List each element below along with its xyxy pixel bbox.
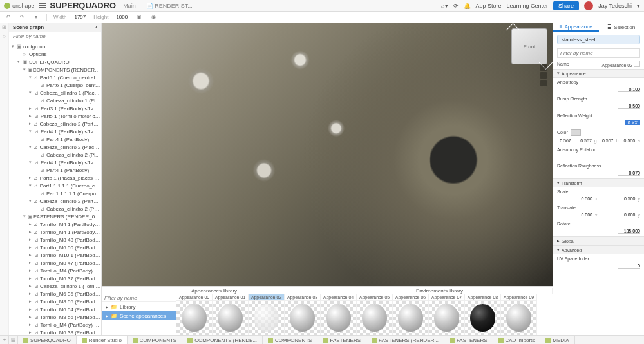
footer-tab[interactable]: FASTENERS — [444, 336, 493, 344]
tree-node[interactable]: ▸⊿Tornillo_M4 (PartBody) <0> — [9, 267, 101, 274]
appearance-thumb[interactable]: Appearance 09 — [501, 294, 537, 335]
footer-tab[interactable]: FASTENERS — [317, 336, 366, 344]
add-tab-button[interactable]: ＋ — [0, 336, 9, 345]
user-name[interactable]: Jay Tedeschi — [598, 3, 632, 9]
tree-node[interactable]: ▸⊿Part5 1 (Placas_placas c e... — [9, 174, 101, 182]
appearance-thumbnails[interactable]: Appearance 00Appearance 01Appearance 02A… — [176, 294, 553, 335]
rotate-input[interactable] — [618, 229, 640, 234]
anisotropy-input[interactable] — [618, 87, 640, 92]
right-filter-input[interactable] — [557, 48, 640, 58]
tree-node[interactable]: ▸⊿Tornillo_M4 1 (PartBody) <... — [9, 220, 101, 228]
appearances-lib-header[interactable]: Appearances library — [102, 288, 327, 294]
tree-node[interactable]: ▾⊿Part4 1 (PartBody) <1> — [9, 128, 101, 135]
scene-filter-input[interactable] — [9, 32, 101, 41]
render-viewport[interactable]: Front — [102, 23, 553, 286]
appearance-thumb[interactable]: Appearance 00 — [176, 294, 213, 335]
tree-node[interactable]: ▸⊿Tornillo_M8 56 (PartBody) ... — [9, 313, 101, 321]
footer-tab[interactable]: COMPONENTS — [263, 336, 317, 344]
viewport-btn-3[interactable] — [540, 80, 547, 86]
appearance-thumb[interactable]: Appearance 01 — [213, 294, 249, 335]
footer-tab[interactable]: FASTENERS (RENDER... — [366, 336, 444, 344]
tree-node[interactable]: ▾▣rootgroup — [9, 43, 101, 50]
user-avatar-icon[interactable] — [584, 1, 593, 10]
tree-node[interactable]: ▾▣COMPONENTS (RENDER_01) <1> — [9, 66, 101, 73]
tree-node[interactable]: ○Options — [9, 50, 101, 58]
tree-node[interactable]: ▾⊿Part1 1 1 1 1 (Cuerpo_cent... — [9, 182, 101, 189]
tree-node[interactable]: ▸⊿Tornillo_M6 36 (PartBody) ... — [9, 290, 101, 298]
tree-node[interactable]: ▸⊿Tornillo_M6 38 (PartBody) ... — [9, 329, 101, 335]
tree-node[interactable]: ▸⊿Tornillo_M6 50 (PartBody) ... — [9, 244, 101, 251]
link-dims-icon[interactable]: ▣ — [135, 14, 143, 21]
section-advanced[interactable]: ▾ Advanced — [553, 245, 644, 254]
appearance-thumb[interactable]: Appearance 08 — [465, 294, 501, 335]
scene-tree[interactable]: ▾▣rootgroup○Options▾▣SUPERQUADRO▾▣COMPON… — [9, 41, 101, 335]
tree-node[interactable]: ▾⊿Cabeza_cilindro 1 (Place1... — [9, 89, 101, 97]
document-name[interactable]: SUPERQUADRO — [50, 1, 117, 10]
tree-node[interactable]: ▸⊿Tornillo_M8 47 (PartBody) ... — [9, 259, 101, 267]
footer-tab[interactable]: CAD Imports — [493, 336, 541, 344]
options-icon[interactable]: ▾ — [32, 14, 40, 21]
tree-node[interactable]: ▸⊿Tornillo_M6 54 (PartBody) ... — [9, 305, 101, 313]
tree-node[interactable]: ⊿Part4 1 (PartBody) — [9, 135, 101, 143]
width-value[interactable]: 1797 — [73, 14, 87, 20]
footer-tab[interactable]: Render Studio — [77, 336, 128, 344]
learning-link[interactable]: Learning Center — [507, 3, 549, 9]
tree-node[interactable]: ▾▣SUPERQUADRO — [9, 58, 101, 66]
tree-node[interactable]: ⊿Part6 1 (Cuerpo_cent... — [9, 81, 101, 89]
appearance-thumb[interactable]: Appearance 04 — [321, 294, 357, 335]
viewport-btn-1[interactable] — [540, 64, 547, 71]
tree-node[interactable]: ▸⊿Cabeza_cilindro 1 (Tornillo... — [9, 282, 101, 290]
tree-node[interactable]: ▾⊿Part6 1 (Cuerpo_central) <... — [9, 73, 101, 81]
section-appearance[interactable]: ▾ Appearance — [553, 69, 644, 78]
tree-node[interactable]: ▸⊿Part5 1 (Tornillo motor cu... — [9, 112, 101, 120]
notifications-icon[interactable]: 🔔 — [464, 3, 471, 9]
appearance-thumb[interactable]: Appearance 07 — [429, 294, 465, 335]
appearance-thumb[interactable]: Appearance 03 — [285, 294, 321, 335]
material-chip[interactable]: stainless_steel — [557, 35, 640, 44]
height-value[interactable]: 1000 — [115, 14, 129, 20]
section-transform[interactable]: ▾ Transform — [553, 178, 644, 187]
view-cube[interactable]: Front — [511, 28, 547, 64]
appearance-thumb[interactable]: Appearance 06 — [393, 294, 429, 335]
footer-tab[interactable]: COMPONENTS — [128, 336, 182, 344]
bump-input[interactable] — [618, 104, 640, 109]
footer-tab[interactable]: MEDIA — [540, 336, 574, 344]
tree-node[interactable]: ▸⊿Cabeza_cilindro 2 (PartBod... — [9, 120, 101, 128]
tree-node[interactable]: ▸⊿Part3 1 (PartBody) <1> — [9, 104, 101, 112]
preview-swatch-icon[interactable] — [634, 61, 640, 67]
appearance-thumb[interactable]: Appearance 05 — [357, 294, 393, 335]
scene-group-icon[interactable]: ⊞ — [1, 24, 8, 31]
collapse-panel-icon[interactable]: ‹ — [95, 24, 97, 30]
tree-node[interactable]: ▾⊿Cabeza_cilindro 2 (Placas1... — [9, 143, 101, 151]
library-filter-input[interactable] — [102, 294, 176, 302]
tree-node[interactable]: ▾▣FASTENERS (RENDER_01) <1> — [9, 213, 101, 220]
tree-node[interactable]: ▸⊿Tornillo_M4 (PartBody) <0> — [9, 321, 101, 329]
tree-node[interactable]: ▾⊿Cabeza_cilindro 2 (PartBod... — [9, 197, 101, 205]
scene-options-icon[interactable]: ○ — [1, 33, 8, 40]
camera-icon[interactable]: ◉ — [149, 14, 157, 21]
undo-icon[interactable]: ↶ — [4, 14, 12, 21]
color-swatch[interactable] — [571, 129, 581, 136]
redo-icon[interactable]: ↷ — [18, 14, 26, 21]
reflection-roughness-input[interactable] — [618, 171, 640, 176]
tree-node[interactable]: ⊿Cabeza_cilindro 2 (Pl... — [9, 151, 101, 158]
appstore-link[interactable]: App Store — [476, 3, 502, 9]
brand[interactable]: onshape — [4, 3, 35, 9]
tab-appearance[interactable]: ≡ Appearance — [553, 23, 599, 32]
footer-tab[interactable]: SUPERQUADRO — [18, 336, 77, 344]
reflection-weight-input[interactable]: 0.XX — [625, 120, 640, 125]
viewport-btn-2[interactable] — [540, 72, 547, 79]
tree-node[interactable]: ▾⊿Part4 1 (PartBody) <1> — [9, 158, 101, 166]
tree-node[interactable]: ▸⊿Tornillo_M8 56 (PartBody) ... — [9, 298, 101, 305]
environments-lib-header[interactable]: Environments library — [327, 288, 553, 294]
tree-node[interactable]: ⊿Part4 1 (PartBody) — [9, 166, 101, 174]
tree-node[interactable]: ⊿Cabeza_cilindro 1 (Pl... — [9, 97, 101, 104]
home-icon[interactable]: ⌂▾ — [441, 3, 448, 9]
tab-list-button[interactable]: ▤ — [9, 336, 18, 345]
tree-node[interactable]: ▸⊿Tornillo_M10 1 (PartBody) ... — [9, 251, 101, 259]
tab-selection[interactable]: ≣ Selection — [599, 23, 645, 32]
tree-node[interactable]: ▸⊿Tornillo_M8 48 (PartBody) ... — [9, 236, 101, 244]
render-tab-crumb[interactable]: 📄 RENDER ST... — [143, 2, 196, 10]
footer-tab[interactable]: COMPONENTS (RENDE... — [182, 336, 263, 344]
tree-node[interactable]: ⊿Cabeza_cilindro 2 (Pa... — [9, 205, 101, 213]
